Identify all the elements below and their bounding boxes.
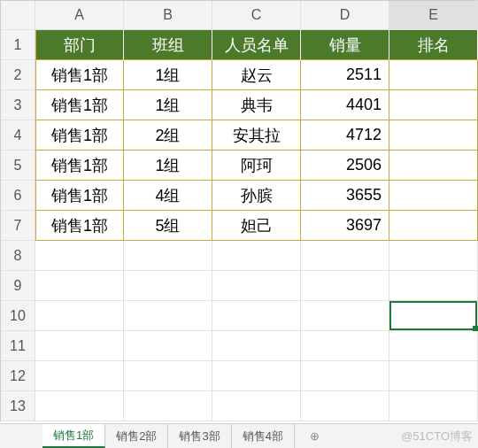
row-header-9[interactable]: 9 [0,271,35,301]
table-header-rank[interactable]: 排名 [389,30,478,60]
cell-D3[interactable]: 4401 [301,90,389,120]
table-header-team[interactable]: 班组 [124,30,212,60]
cell-E9[interactable] [389,271,478,301]
cell-A6[interactable]: 销售1部 [35,181,124,211]
sheet-tab-bar: 销售1部销售2部销售3部销售4部 ⊕ [0,423,478,448]
cell-A12[interactable] [35,361,124,391]
cell-D10[interactable] [301,301,389,331]
cell-E12[interactable] [389,361,478,391]
cell-A13[interactable] [35,391,124,421]
col-header-E[interactable]: E [389,0,478,30]
cell-D13[interactable] [301,391,389,421]
row-header-6[interactable]: 6 [0,181,35,211]
col-header-C[interactable]: C [212,0,301,30]
cell-E7[interactable] [389,211,478,241]
row-header-4[interactable]: 4 [0,120,35,151]
cell-D9[interactable] [301,271,389,301]
cell-A7[interactable]: 销售1部 [35,211,124,241]
cell-B13[interactable] [124,391,212,421]
cell-D12[interactable] [301,361,389,391]
cell-D6[interactable]: 3655 [301,181,389,211]
table-header-sales[interactable]: 销量 [301,30,389,60]
cell-B3[interactable]: 1组 [124,90,212,120]
cell-E4[interactable] [389,120,478,151]
cell-A5[interactable]: 销售1部 [35,151,124,181]
cell-D2[interactable]: 2511 [301,60,389,90]
sheet-tab-2[interactable]: 销售3部 [168,424,231,448]
cell-C7[interactable]: 妲己 [212,211,301,241]
cell-B5[interactable]: 1组 [124,151,212,181]
cell-B6[interactable]: 4组 [124,181,212,211]
cell-A10[interactable] [35,301,124,331]
cell-D4[interactable]: 4712 [301,120,389,151]
cell-D11[interactable] [301,331,389,361]
row-header-13[interactable]: 13 [0,391,35,421]
row-header-3[interactable]: 3 [0,90,35,120]
cell-B4[interactable]: 2组 [124,120,212,151]
cell-E10[interactable] [389,301,478,331]
sheet-tab-3[interactable]: 销售4部 [232,424,295,448]
cell-B8[interactable] [124,241,212,271]
sheet-tab-0[interactable]: 销售1部 [42,424,105,448]
row-header-2[interactable]: 2 [0,60,35,90]
col-header-D[interactable]: D [301,0,389,30]
cell-C9[interactable] [212,271,301,301]
cell-C12[interactable] [212,361,301,391]
row-header-8[interactable]: 8 [0,241,35,271]
col-header-A[interactable]: A [35,0,124,30]
cell-C13[interactable] [212,391,301,421]
col-header-B[interactable]: B [124,0,212,30]
cell-E2[interactable] [389,60,478,90]
cell-C11[interactable] [212,331,301,361]
cell-C3[interactable]: 典韦 [212,90,301,120]
cell-A3[interactable]: 销售1部 [35,90,124,120]
cell-E8[interactable] [389,241,478,271]
table-header-dept[interactable]: 部门 [35,30,124,60]
row-header-12[interactable]: 12 [0,361,35,391]
cell-E13[interactable] [389,391,478,421]
cell-B2[interactable]: 1组 [124,60,212,90]
add-sheet-button[interactable]: ⊕ [300,424,330,448]
cell-D8[interactable] [301,241,389,271]
cell-E11[interactable] [389,331,478,361]
row-header-5[interactable]: 5 [0,151,35,181]
table-header-people[interactable]: 人员名单 [212,30,301,60]
cell-B12[interactable] [124,361,212,391]
cell-D7[interactable]: 3697 [301,211,389,241]
cell-C5[interactable]: 阿珂 [212,151,301,181]
plus-icon: ⊕ [310,429,320,443]
cell-C2[interactable]: 赵云 [212,60,301,90]
cell-C10[interactable] [212,301,301,331]
cell-A11[interactable] [35,331,124,361]
cell-A8[interactable] [35,241,124,271]
cell-A9[interactable] [35,271,124,301]
spreadsheet-grid: A B C D E 1部门班组人员名单销量排名2销售1部1组赵云25113销售1… [0,0,478,421]
cell-B9[interactable] [124,271,212,301]
cell-B7[interactable]: 5组 [124,211,212,241]
cell-B11[interactable] [124,331,212,361]
row-header-1[interactable]: 1 [0,30,35,60]
cell-B10[interactable] [124,301,212,331]
cell-A2[interactable]: 销售1部 [35,60,124,90]
select-all-corner[interactable] [0,0,35,30]
row-header-10[interactable]: 10 [0,301,35,331]
cell-E5[interactable] [389,151,478,181]
cell-E6[interactable] [389,181,478,211]
cell-C4[interactable]: 安其拉 [212,120,301,151]
cell-E3[interactable] [389,90,478,120]
sheet-tab-1[interactable]: 销售2部 [105,424,168,448]
cell-D5[interactable]: 2506 [301,151,389,181]
cell-C8[interactable] [212,241,301,271]
row-header-11[interactable]: 11 [0,331,35,361]
row-header-7[interactable]: 7 [0,211,35,241]
cell-C6[interactable]: 孙膑 [212,181,301,211]
cell-A4[interactable]: 销售1部 [35,120,124,151]
